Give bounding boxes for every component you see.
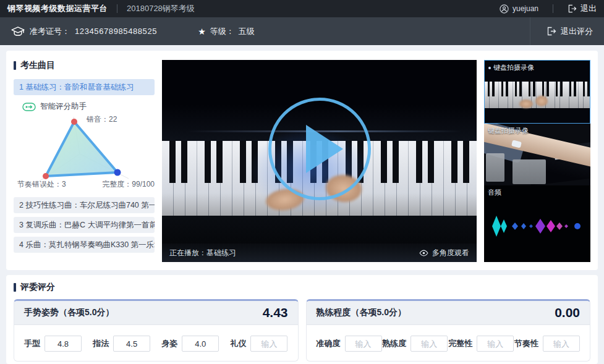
- field-proficiency: 熟练度: [382, 336, 448, 352]
- proficiency-card-score: 0.00: [555, 305, 580, 320]
- radar-label-wrong-notes: 错音：22: [87, 114, 117, 125]
- field-fingering: 指法: [93, 336, 150, 352]
- field-label: 熟练度: [382, 338, 406, 349]
- field-etiquette: 礼仪: [230, 336, 287, 352]
- app-title: 钢琴视频考级数据运营平台: [7, 3, 108, 14]
- logout-icon: [568, 4, 577, 13]
- main-video-player[interactable]: 正在播放：基础练习 多角度观看: [162, 60, 477, 262]
- field-label: 完整性: [448, 338, 472, 349]
- logout-label: 退出: [581, 3, 597, 14]
- thumb2-sheet-graphic-2: [513, 159, 546, 184]
- cam2-label: 键盘拍摄录像: [488, 126, 529, 135]
- field-label: 指法: [93, 338, 109, 349]
- title-bar-accent: [14, 61, 16, 70]
- radar-dot-wrong-notes: [71, 119, 77, 125]
- gesture-posture-card: 手势姿势（各项5.0分） 4.43 手型 指法 身姿 礼仪: [14, 299, 299, 362]
- field-hand-shape: 手型: [24, 336, 82, 352]
- playlist-title: 考生曲目: [14, 60, 155, 71]
- fingering-input[interactable]: [113, 336, 150, 352]
- radar-svg: [14, 113, 155, 190]
- proficiency-card: 熟练程度（各项5.0分） 0.00 准确度 熟练度 完整性 节奏性: [306, 299, 591, 362]
- rhythm-input[interactable]: [543, 336, 580, 352]
- hand-shape-input[interactable]: [45, 336, 82, 352]
- field-accuracy: 准确度: [317, 336, 382, 352]
- ticket-group: 准考证号： 12345678985488525: [11, 26, 157, 37]
- posture-input[interactable]: [182, 336, 219, 352]
- logout-button[interactable]: 退出: [568, 3, 597, 14]
- radar-label-completeness: 完整度：99/100: [102, 179, 155, 190]
- playlist-title-text: 考生曲目: [20, 60, 55, 71]
- exit-scoring-button[interactable]: 退出评分: [547, 26, 593, 37]
- field-label: 身姿: [161, 338, 177, 349]
- judge-title-text: 评委评分: [20, 282, 55, 293]
- top-bar: 钢琴视频考级数据运营平台 20180728钢琴考级 yuejuan 退出: [0, 0, 604, 17]
- playlist-item-3[interactable]: 3 复调乐曲：巴赫C 大调平均律第一首前奏曲: [14, 217, 155, 233]
- ticket-number: 12345678985488525: [75, 27, 157, 36]
- session-title: 20180728钢琴考级: [127, 3, 195, 14]
- level-value: 五级: [239, 26, 255, 37]
- candidate-playlist: 考生曲目 1 基础练习：音阶和琶音基础练习 智能评分助手: [14, 60, 155, 262]
- multi-angle-button[interactable]: 多角度观看: [419, 248, 469, 258]
- score-radar-chart: 错音：22 节奏错误处：3 完整度：99/100: [14, 113, 155, 190]
- keyboard-cam-thumbnail-1[interactable]: 键盘拍摄录像: [484, 60, 590, 124]
- angle-video-column: 键盘拍摄录像 键盘拍摄录像 音频: [484, 60, 590, 262]
- thumb1-right-hand: [535, 96, 548, 106]
- user-name: yuejuan: [513, 4, 538, 13]
- user-icon: [500, 4, 509, 14]
- exit-scoring-label: 退出评分: [561, 26, 593, 37]
- divider: [117, 4, 117, 13]
- etiquette-input[interactable]: [250, 336, 287, 352]
- gesture-card-score: 4.43: [263, 305, 288, 320]
- thumb2-sheet-graphic: [486, 153, 504, 182]
- play-button[interactable]: [268, 98, 371, 200]
- user-menu[interactable]: yuejuan: [500, 4, 538, 14]
- field-label: 礼仪: [230, 338, 246, 349]
- smart-score-assistant[interactable]: 智能评分助手: [22, 101, 155, 112]
- playlist-item-1[interactable]: 1 基础练习：音阶和琶音基础练习: [14, 79, 155, 95]
- play-icon: [306, 125, 343, 173]
- eye-icon: [419, 250, 428, 256]
- cam1-label: 键盘拍摄录像: [493, 63, 534, 72]
- thumb1-black-keys-graphic: [485, 82, 590, 96]
- assistant-toggle-icon: [22, 103, 36, 111]
- assistant-label: 智能评分助手: [40, 101, 87, 112]
- exit-icon: [547, 27, 556, 36]
- ticket-label: 准考证号：: [30, 26, 70, 37]
- radar-dot-completeness: [114, 169, 121, 176]
- field-label: 准确度: [317, 338, 341, 349]
- star-icon: ★: [198, 27, 206, 36]
- proficiency-card-title: 熟练程度（各项5.0分）: [317, 307, 406, 318]
- level-group: ★ 等级： 五级: [198, 26, 255, 37]
- now-playing-label: 正在播放：基础练习: [169, 248, 236, 258]
- proficiency-input[interactable]: [410, 336, 448, 352]
- audio-track-panel[interactable]: 音频: [484, 185, 590, 262]
- level-label: 等级：: [210, 26, 234, 37]
- field-label: 节奏性: [514, 338, 538, 349]
- divider: [530, 17, 530, 45]
- radar-dot-rhythm: [43, 173, 49, 179]
- field-posture: 身姿: [161, 336, 219, 352]
- audio-waveform: [488, 213, 587, 240]
- judge-title: 评委评分: [14, 282, 590, 293]
- keyboard-cam-thumbnail-2[interactable]: 键盘拍摄录像: [484, 124, 590, 185]
- gesture-card-title: 手势姿势（各项5.0分）: [24, 307, 114, 318]
- audio-label: 音频: [488, 188, 501, 197]
- field-completeness: 完整性: [448, 336, 514, 352]
- video-status-bar: 正在播放：基础练习 多角度观看: [162, 243, 477, 262]
- divider: [553, 4, 553, 13]
- radar-label-rhythm: 节奏错误处：3: [17, 179, 66, 190]
- recording-dot-icon: [488, 67, 491, 69]
- graduation-cap-icon: [11, 26, 25, 37]
- exam-main-card: 考生曲目 1 基础练习：音阶和琶音基础练习 智能评分助手: [6, 51, 598, 270]
- accuracy-input[interactable]: [345, 336, 382, 352]
- thumb1-left-hand: [519, 99, 533, 108]
- playlist-item-2[interactable]: 2 技巧性练习曲：车尔尼练习曲740 第一首: [14, 197, 155, 213]
- field-label: 手型: [24, 338, 40, 349]
- playlist-item-4[interactable]: 4 乐曲：莫扎特钢琴奏鸣曲K330 第一乐章: [14, 237, 155, 253]
- title-bar-accent: [14, 283, 16, 292]
- multi-angle-label: 多角度观看: [432, 248, 469, 258]
- field-rhythm: 节奏性: [514, 336, 580, 352]
- completeness-input[interactable]: [477, 336, 514, 352]
- exam-info-bar: 准考证号： 12345678985488525 ★ 等级： 五级 退出评分: [0, 17, 604, 45]
- judge-scoring-card: 评委评分 手势姿势（各项5.0分） 4.43 手型 指法 身姿: [6, 275, 598, 364]
